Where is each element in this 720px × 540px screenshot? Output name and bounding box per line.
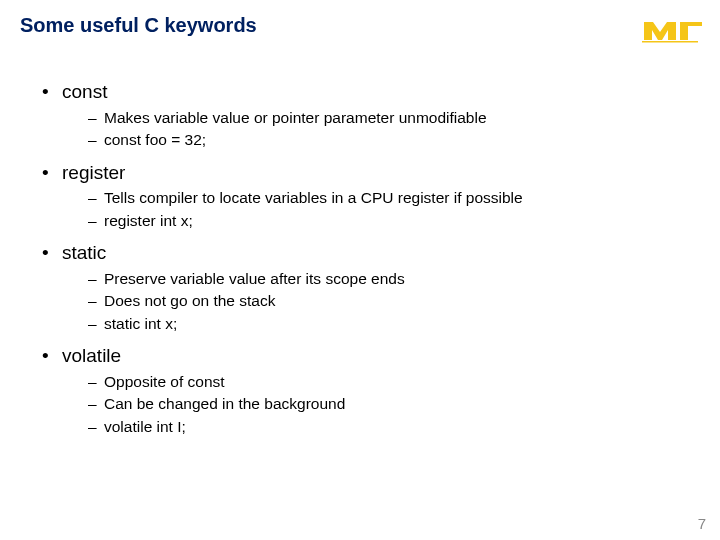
michigan-logo-icon [640,10,702,44]
keyword-label: register [62,162,125,183]
list-item: volatile Opposite of const Can be change… [42,343,700,438]
page-title: Some useful C keywords [20,14,700,37]
svg-rect-0 [642,41,698,43]
sub-item: register int x; [88,210,700,232]
keyword-label: volatile [62,345,121,366]
sub-item: Makes variable value or pointer paramete… [88,107,700,129]
sub-item: Can be changed in the background [88,393,700,415]
sub-item: Does not go on the stack [88,290,700,312]
sub-item: static int x; [88,313,700,335]
list-item: static Preserve variable value after its… [42,240,700,335]
sub-item: Preserve variable value after its scope … [88,268,700,290]
list-item: register Tells compiler to locate variab… [42,160,700,233]
sub-list: Opposite of const Can be changed in the … [62,371,700,438]
sub-list: Preserve variable value after its scope … [62,268,700,335]
bullet-list: const Makes variable value or pointer pa… [20,79,700,438]
list-item: const Makes variable value or pointer pa… [42,79,700,152]
sub-item: Tells compiler to locate variables in a … [88,187,700,209]
sub-item: const foo = 32; [88,129,700,151]
keyword-label: const [62,81,107,102]
slide: Some useful C keywords const Makes varia… [0,0,720,540]
sub-list: Makes variable value or pointer paramete… [62,107,700,152]
sub-list: Tells compiler to locate variables in a … [62,187,700,232]
keyword-label: static [62,242,106,263]
sub-item: Opposite of const [88,371,700,393]
page-number: 7 [698,515,706,532]
sub-item: volatile int I; [88,416,700,438]
